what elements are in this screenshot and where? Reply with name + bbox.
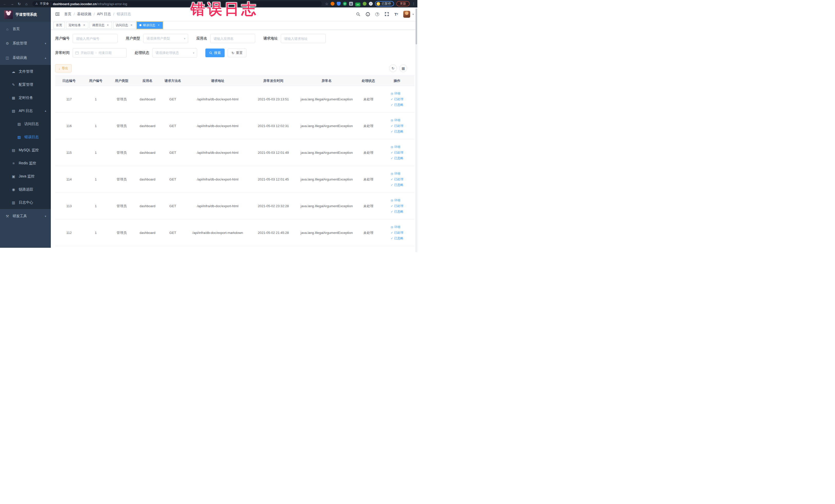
back-icon[interactable]: ← bbox=[2, 1, 8, 7]
process-status-placeholder: 请选择处理状态 bbox=[156, 51, 193, 55]
app-logo[interactable]: 芋道管理系统 bbox=[0, 7, 51, 22]
action-detail[interactable]: ◎详细 bbox=[391, 172, 401, 176]
github-icon[interactable] bbox=[365, 12, 370, 17]
paused-badge[interactable]: 已暂停 bbox=[375, 1, 394, 6]
scrollbar-thumb[interactable] bbox=[415, 8, 417, 44]
check-icon: ✓ bbox=[391, 210, 393, 213]
action-mark-processed[interactable]: ✓已处理 bbox=[391, 204, 403, 208]
action-mark-ignored[interactable]: ✓已忽略 bbox=[391, 156, 403, 160]
tab-调度日志[interactable]: 调度日志 bbox=[89, 22, 112, 29]
cell-url: /api/infra/db-doc/export-html bbox=[185, 166, 250, 193]
action-detail[interactable]: ◎详细 bbox=[391, 198, 401, 203]
action-detail[interactable]: ◎详细 bbox=[391, 92, 401, 96]
action-mark-processed[interactable]: ✓已处理 bbox=[391, 230, 403, 235]
action-mark-processed[interactable]: ✓已处理 bbox=[391, 150, 403, 155]
reload-icon[interactable]: ↻ bbox=[16, 1, 22, 7]
action-mark-processed[interactable]: ✓已处理 bbox=[391, 97, 403, 101]
reset-button[interactable]: ↻ 重置 bbox=[228, 48, 246, 57]
sidebar-item-mysql-monitor[interactable]: ▤MySQL 监控 bbox=[0, 143, 51, 157]
sidebar: 芋道管理系统 ⌂首页⚙系统管理▾◫基础设施▴☁文件管理✎配置管理▦定时任务▧AP… bbox=[0, 7, 51, 248]
cell-method: GET bbox=[160, 139, 185, 166]
close-tab-icon[interactable] bbox=[157, 23, 160, 27]
sidebar-item-cloud-upload[interactable]: ☁文件管理 bbox=[0, 65, 51, 78]
tab-首页[interactable]: 首页 bbox=[54, 22, 65, 29]
font-size-icon[interactable]: TT bbox=[394, 12, 399, 17]
extensions-puzzle-icon[interactable] bbox=[369, 2, 373, 6]
sidebar-item-infrastructure[interactable]: ◫基础设施▴ bbox=[0, 51, 51, 65]
close-tab-icon[interactable] bbox=[106, 23, 109, 27]
action-mark-processed[interactable]: ✓已处理 bbox=[391, 177, 403, 182]
update-button[interactable]: 更新 bbox=[396, 1, 410, 6]
help-icon[interactable] bbox=[375, 12, 380, 17]
column-settings-button[interactable]: ▦ bbox=[400, 64, 407, 72]
extension-on-badge-icon[interactable] bbox=[355, 3, 360, 6]
cell-url: /api/infra/db-doc/export-html bbox=[185, 113, 250, 139]
page-scrollbar[interactable] bbox=[415, 7, 418, 252]
action-mark-ignored[interactable]: ✓已忽略 bbox=[391, 209, 403, 214]
browser-menu-icon[interactable]: ⋮ bbox=[412, 2, 415, 6]
tab-label: 访问日志 bbox=[116, 23, 128, 27]
extension-leaf-icon[interactable] bbox=[363, 2, 367, 6]
extension-grid-icon[interactable] bbox=[349, 2, 353, 6]
search-button[interactable]: 搜索 bbox=[205, 48, 225, 57]
process-status-select[interactable]: 请选择处理状态 bbox=[152, 48, 197, 58]
avatar-caret-icon[interactable]: ▾ bbox=[412, 13, 414, 16]
search-icon[interactable] bbox=[356, 12, 361, 17]
breadcrumb-item[interactable]: 基础设施 bbox=[77, 12, 91, 16]
action-mark-ignored[interactable]: ✓已忽略 bbox=[391, 236, 403, 241]
fullscreen-icon[interactable] bbox=[384, 12, 389, 17]
action-mark-ignored[interactable]: ✓已忽略 bbox=[391, 129, 403, 134]
sidebar-item-schedule[interactable]: ▦定时任务 bbox=[0, 91, 51, 104]
sidebar-item-home[interactable]: ⌂首页 bbox=[0, 22, 51, 36]
user-type-select[interactable]: 请选择用户类型 bbox=[143, 34, 188, 43]
sidebar-item-api-log[interactable]: ▧API 日志▴ bbox=[0, 104, 51, 117]
update-button-label: 更新 bbox=[400, 2, 406, 6]
extension-orange-icon[interactable] bbox=[331, 2, 334, 6]
extension-shield-icon[interactable] bbox=[337, 2, 341, 6]
filter-process-status: 处理状态 请选择处理状态 bbox=[135, 48, 197, 58]
sidebar-item-log-center[interactable]: ▥日志中心 bbox=[0, 196, 51, 209]
tab-访问日志[interactable]: 访问日志 bbox=[113, 22, 136, 29]
action-mark-ignored[interactable]: ✓已忽略 bbox=[391, 103, 403, 107]
forward-icon[interactable]: → bbox=[9, 1, 15, 7]
close-tab-icon[interactable] bbox=[130, 23, 133, 27]
action-detail[interactable]: ◎详细 bbox=[391, 145, 401, 149]
request-url-input[interactable] bbox=[281, 34, 326, 43]
tab-错误日志[interactable]: 错误日志 bbox=[137, 22, 163, 29]
refresh-table-button[interactable]: ↻ bbox=[389, 64, 397, 72]
app-name-input[interactable] bbox=[210, 34, 255, 43]
home-icon[interactable]: ⌂ bbox=[24, 1, 29, 7]
sidebar-item-gear[interactable]: ⚙系统管理▾ bbox=[0, 36, 51, 51]
sidebar-item-redis-monitor[interactable]: ≡Redis 监控 bbox=[0, 157, 51, 170]
address-bar[interactable]: ⚠ 不安全 dashboard.yudao.iocoder.cn/infra/l… bbox=[32, 1, 322, 6]
breadcrumb-item[interactable]: 首页 bbox=[64, 12, 72, 16]
close-tab-icon[interactable] bbox=[83, 23, 86, 27]
url-host: dashboard.yudao.iocoder.cn bbox=[53, 2, 97, 6]
action-mark-processed[interactable]: ✓已处理 bbox=[391, 124, 403, 128]
check-icon: ✓ bbox=[391, 124, 393, 127]
sidebar-item-edit[interactable]: ✎配置管理 bbox=[0, 78, 51, 91]
cell-actions: ◎详细✓已处理✓已忽略 bbox=[380, 86, 414, 113]
hamburger-icon[interactable] bbox=[55, 12, 60, 17]
extension-v-icon[interactable] bbox=[343, 2, 347, 6]
breadcrumb-item[interactable]: API 日志 bbox=[97, 12, 111, 16]
action-detail[interactable]: ◎详细 bbox=[391, 118, 401, 122]
export-button[interactable]: ↓ 导出 bbox=[55, 64, 72, 73]
api-log-icon: ▧ bbox=[11, 109, 16, 113]
table-body: 1171管理员dashboardGET/api/infra/db-doc/exp… bbox=[55, 86, 414, 246]
sidebar-item-dev-tools[interactable]: ⚒研发工具▾ bbox=[0, 209, 51, 223]
user-id-input[interactable] bbox=[73, 34, 118, 43]
eye-icon: ◎ bbox=[391, 225, 393, 229]
sidebar-item-java-monitor[interactable]: ▣Java 监控 bbox=[0, 170, 51, 183]
cell-actions: ◎详细✓已处理✓已忽略 bbox=[380, 139, 414, 166]
sidebar-item-trace[interactable]: ◉链路追踪 bbox=[0, 183, 51, 196]
action-detail[interactable]: ◎详细 bbox=[391, 225, 401, 229]
sidebar-item-error-log[interactable]: ▨错误日志 bbox=[0, 130, 51, 143]
tab-定时任务[interactable]: 定时任务 bbox=[66, 22, 88, 29]
bookmark-star-icon[interactable]: ☆ bbox=[325, 2, 328, 6]
sidebar-item-access-log[interactable]: ▨访问日志 bbox=[0, 117, 51, 130]
cell-user-id: 1 bbox=[83, 166, 109, 193]
action-mark-ignored[interactable]: ✓已忽略 bbox=[391, 183, 403, 187]
user-avatar[interactable] bbox=[403, 11, 410, 18]
exception-time-range-picker[interactable]: 开始日期 - 结束日期 bbox=[73, 48, 126, 58]
